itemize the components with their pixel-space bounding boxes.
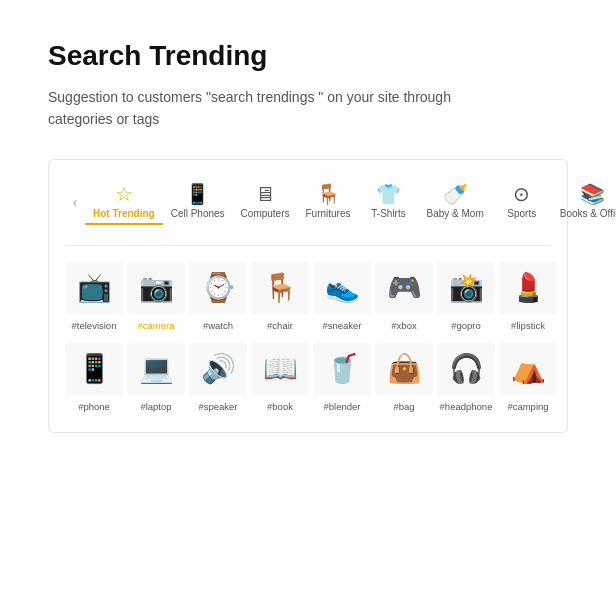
product-chair-tag: #chair	[267, 320, 293, 331]
books-office-icon: 📚	[580, 184, 605, 204]
prev-arrow[interactable]: ‹	[65, 192, 85, 212]
product-camping[interactable]: ⛺ #camping	[499, 343, 557, 412]
product-chair-image: 🪑	[251, 262, 309, 314]
product-speaker[interactable]: 🔊 #speaker	[189, 343, 247, 412]
tabs-list: ☆ Hot Trending 📱 Cell Phones 🖥 Computers…	[85, 180, 616, 225]
product-headphone-tag: #headphone	[440, 401, 493, 412]
sports-icon: ⊙	[513, 184, 530, 204]
product-camera-tag: #camera	[138, 320, 175, 331]
furnitures-icon: 🪑	[316, 184, 341, 204]
tab-computers-label: Computers	[241, 208, 290, 219]
product-camping-image: ⛺	[499, 343, 557, 395]
tab-t-shirts-label: T-Shirts	[371, 208, 405, 219]
product-phone-tag: #phone	[78, 401, 110, 412]
tab-sports[interactable]: ⊙ Sports	[492, 180, 552, 225]
product-laptop-image: 💻	[127, 343, 185, 395]
tab-furnitures-label: Furnitures	[306, 208, 351, 219]
product-phone-image: 📱	[65, 343, 123, 395]
tab-baby-mom-label: Baby & Mom	[427, 208, 484, 219]
product-gopro-image: 📸	[437, 262, 495, 314]
product-laptop[interactable]: 💻 #laptop	[127, 343, 185, 412]
product-watch[interactable]: ⌚ #watch	[189, 262, 247, 331]
baby-mom-icon: 🍼	[443, 184, 468, 204]
tabs-divider	[65, 245, 551, 246]
product-lipstick-image: 💄	[499, 262, 557, 314]
tab-furnitures[interactable]: 🪑 Furnitures	[298, 180, 359, 225]
product-book-image: 📖	[251, 343, 309, 395]
product-book-tag: #book	[267, 401, 293, 412]
product-television-tag: #television	[72, 320, 117, 331]
product-sneaker-tag: #sneaker	[322, 320, 361, 331]
tab-cell-phones[interactable]: 📱 Cell Phones	[163, 180, 233, 225]
product-bag-tag: #bag	[393, 401, 414, 412]
tab-computers[interactable]: 🖥 Computers	[233, 180, 298, 225]
page-description: Suggestion to customers "search trending…	[48, 86, 508, 131]
product-headphone-image: 🎧	[437, 343, 495, 395]
product-camera[interactable]: 📷 #camera	[127, 262, 185, 331]
product-lipstick-tag: #lipstick	[511, 320, 545, 331]
product-bag-image: 👜	[375, 343, 433, 395]
tab-t-shirts[interactable]: 👕 T-Shirts	[359, 180, 419, 225]
product-blender[interactable]: 🥤 #blender	[313, 343, 371, 412]
product-watch-tag: #watch	[203, 320, 233, 331]
products-row-2: 📱 #phone 💻 #laptop 🔊 #speaker 📖	[65, 343, 551, 412]
computers-icon: 🖥	[255, 184, 275, 204]
product-sneaker-image: 👟	[313, 262, 371, 314]
product-speaker-tag: #speaker	[198, 401, 237, 412]
product-sneaker[interactable]: 👟 #sneaker	[313, 262, 371, 331]
tab-sports-label: Sports	[507, 208, 536, 219]
product-speaker-image: 🔊	[189, 343, 247, 395]
product-bag[interactable]: 👜 #bag	[375, 343, 433, 412]
page-title: Search Trending	[48, 40, 568, 72]
product-watch-image: ⌚	[189, 262, 247, 314]
hot-trending-icon: ☆	[115, 184, 133, 204]
t-shirts-icon: 👕	[376, 184, 401, 204]
product-blender-image: 🥤	[313, 343, 371, 395]
cell-phones-icon: 📱	[185, 184, 210, 204]
tab-books-office[interactable]: 📚 Books & Office	[552, 180, 616, 225]
product-xbox[interactable]: 🎮 #xbox	[375, 262, 433, 331]
product-gopro-tag: #gopro	[451, 320, 481, 331]
tabs-row: ‹ ☆ Hot Trending 📱 Cell Phones 🖥 Compute…	[65, 180, 551, 225]
product-laptop-tag: #laptop	[140, 401, 171, 412]
product-xbox-tag: #xbox	[391, 320, 416, 331]
product-headphone[interactable]: 🎧 #headphone	[437, 343, 495, 412]
product-television-image: 📺	[65, 262, 123, 314]
tab-hot-trending[interactable]: ☆ Hot Trending	[85, 180, 163, 225]
product-blender-tag: #blender	[324, 401, 361, 412]
tab-baby-mom[interactable]: 🍼 Baby & Mom	[419, 180, 492, 225]
product-camping-tag: #camping	[507, 401, 548, 412]
product-book[interactable]: 📖 #book	[251, 343, 309, 412]
widget-card: ‹ ☆ Hot Trending 📱 Cell Phones 🖥 Compute…	[48, 159, 568, 433]
tab-cell-phones-label: Cell Phones	[171, 208, 225, 219]
product-phone[interactable]: 📱 #phone	[65, 343, 123, 412]
tab-hot-trending-label: Hot Trending	[93, 208, 155, 219]
product-gopro[interactable]: 📸 #gopro	[437, 262, 495, 331]
product-xbox-image: 🎮	[375, 262, 433, 314]
product-chair[interactable]: 🪑 #chair	[251, 262, 309, 331]
page-container: Search Trending Suggestion to customers …	[0, 0, 616, 589]
products-row-1: 📺 #television 📷 #camera ⌚ #watch 🪑	[65, 262, 551, 331]
tab-books-office-label: Books & Office	[560, 208, 616, 219]
product-lipstick[interactable]: 💄 #lipstick	[499, 262, 557, 331]
product-television[interactable]: 📺 #television	[65, 262, 123, 331]
product-camera-image: 📷	[127, 262, 185, 314]
